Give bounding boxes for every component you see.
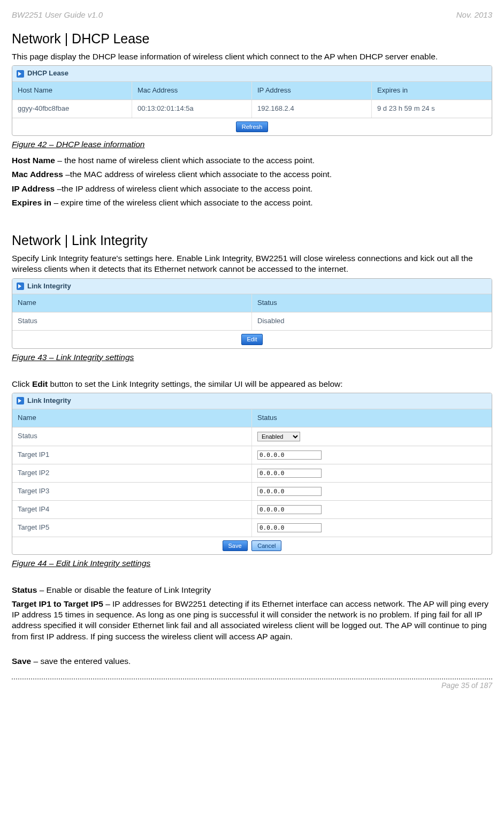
link-edit-panel-foot: Save Cancel bbox=[12, 537, 492, 554]
save-button[interactable]: Save bbox=[223, 540, 248, 551]
figure44-caption: Figure 44 – Edit Link Integrity settings bbox=[12, 558, 492, 569]
section-intro-link: Specify Link Integrity feature's setting… bbox=[12, 253, 492, 274]
def-ip-text: –the IP address of wireless client which… bbox=[55, 184, 312, 193]
link-edit-panel-header: Link Integrity bbox=[12, 393, 492, 409]
page-header: BW2251 User Guide v1.0 Nov. 2013 bbox=[12, 10, 492, 20]
link-val-status: Disabled bbox=[252, 312, 492, 330]
target2-input[interactable] bbox=[257, 469, 322, 478]
status-select[interactable]: Enabled bbox=[257, 432, 300, 441]
click-edit-text: Click Edit button to set the Link Integr… bbox=[12, 379, 492, 389]
link-panel-foot: Edit bbox=[12, 330, 492, 348]
def-hostname-text: – the host name of wireless client which… bbox=[55, 156, 315, 165]
dhcp-panel: DHCP Lease Host Name Mac Address IP Addr… bbox=[12, 65, 492, 136]
link-val-name: Status bbox=[12, 312, 252, 330]
dhcp-panel-title: DHCP Lease bbox=[27, 69, 68, 78]
def-expires-label: Expires in bbox=[12, 198, 51, 207]
dhcp-panel-header: DHCP Lease bbox=[12, 66, 492, 81]
edit-button[interactable]: Edit bbox=[241, 334, 263, 345]
col-mac: Mac Address bbox=[132, 82, 252, 100]
target-row-4: Target IP4 bbox=[12, 500, 492, 518]
target-row-3: Target IP3 bbox=[12, 482, 492, 500]
link-edit-col-status: Status bbox=[252, 409, 492, 427]
cancel-button[interactable]: Cancel bbox=[251, 540, 281, 551]
link-panel-header: Link Integrity bbox=[12, 279, 492, 294]
def-ip: IP Address –the IP address of wireless c… bbox=[12, 184, 492, 194]
dhcp-panel-footer: Refresh bbox=[12, 118, 492, 135]
doc-title: BW2251 User Guide v1.0 bbox=[12, 10, 103, 20]
link-edit-status-label: Status bbox=[12, 427, 252, 446]
doc-date: Nov. 2013 bbox=[456, 10, 492, 20]
refresh-button[interactable]: Refresh bbox=[236, 121, 269, 132]
def-save: Save – save the entered values. bbox=[12, 656, 492, 667]
def-status-label: Status bbox=[12, 585, 37, 594]
col-expires: Expires in bbox=[372, 82, 492, 100]
col-hostname: Host Name bbox=[12, 82, 132, 100]
click-edit-pre: Click bbox=[12, 379, 32, 388]
target3-cell bbox=[252, 483, 492, 500]
figure42-caption: Figure 42 – DHCP lease information bbox=[12, 139, 492, 150]
link-panel-title: Link Integrity bbox=[27, 282, 71, 291]
link-header-row: Name Status bbox=[12, 294, 492, 312]
panel-arrow-icon bbox=[17, 397, 24, 404]
target2-label: Target IP2 bbox=[12, 464, 252, 482]
target4-input[interactable] bbox=[257, 505, 322, 514]
link-edit-status-value-cell: Enabled bbox=[252, 427, 492, 446]
target-row-1: Target IP1 bbox=[12, 446, 492, 464]
val-hostname: ggyy-40fbc8fbae bbox=[12, 100, 132, 118]
def-save-label: Save bbox=[12, 656, 31, 666]
target3-input[interactable] bbox=[257, 487, 322, 496]
page-footer: Page 35 of 187 bbox=[12, 678, 492, 690]
val-expires: 9 d 23 h 59 m 24 s bbox=[372, 100, 492, 118]
def-expires: Expires in – expire time of the wireless… bbox=[12, 197, 492, 208]
click-edit-post: button to set the Link Integrity setting… bbox=[48, 379, 342, 388]
link-edit-panel-title: Link Integrity bbox=[27, 396, 71, 406]
click-edit-bold: Edit bbox=[32, 379, 48, 388]
page-number: Page 35 of 187 bbox=[441, 681, 492, 690]
dhcp-header-row: Host Name Mac Address IP Address Expires… bbox=[12, 81, 492, 100]
target5-input[interactable] bbox=[257, 523, 322, 532]
target1-label: Target IP1 bbox=[12, 446, 252, 464]
target2-cell bbox=[252, 464, 492, 482]
def-mac-text: –the MAC address of wireless client whic… bbox=[63, 170, 332, 179]
target5-cell bbox=[252, 519, 492, 537]
def-hostname-label: Host Name bbox=[12, 156, 55, 165]
def-expires-text: – expire time of the wireless client whi… bbox=[51, 198, 313, 207]
link-edit-header-row: Name Status bbox=[12, 409, 492, 427]
target1-input[interactable] bbox=[257, 450, 322, 460]
link-edit-col-name: Name bbox=[12, 409, 252, 427]
target4-label: Target IP4 bbox=[12, 501, 252, 518]
def-targets-label: Target IP1 to Target IP5 bbox=[12, 599, 103, 608]
dhcp-data-row: ggyy-40fbc8fbae 00:13:02:01:14:5a 192.16… bbox=[12, 100, 492, 118]
target-row-2: Target IP2 bbox=[12, 464, 492, 482]
def-status-text: – Enable or disable the feature of Link … bbox=[37, 585, 211, 594]
link-data-row: Status Disabled bbox=[12, 312, 492, 330]
target-row-5: Target IP5 bbox=[12, 518, 492, 537]
target5-label: Target IP5 bbox=[12, 519, 252, 537]
def-targets: Target IP1 to Target IP5 – IP addresses … bbox=[12, 599, 492, 642]
def-hostname: Host Name – the host name of wireless cl… bbox=[12, 155, 492, 166]
section-intro-dhcp: This page display the DHCP lease informa… bbox=[12, 51, 492, 62]
section-title-dhcp: Network | DHCP Lease bbox=[12, 30, 492, 48]
def-mac: Mac Address –the MAC address of wireless… bbox=[12, 169, 492, 180]
def-ip-label: IP Address bbox=[12, 184, 55, 193]
target1-cell bbox=[252, 446, 492, 464]
figure43-caption: Figure 43 – Link Integrity settings bbox=[12, 352, 492, 363]
panel-arrow-icon bbox=[17, 282, 24, 290]
target3-label: Target IP3 bbox=[12, 483, 252, 500]
def-status: Status – Enable or disable the feature o… bbox=[12, 585, 492, 595]
link-edit-panel: Link Integrity Name Status Status Enable… bbox=[12, 393, 492, 555]
col-ip: IP Address bbox=[252, 82, 372, 100]
target4-cell bbox=[252, 501, 492, 518]
link-col-name: Name bbox=[12, 294, 252, 312]
link-panel: Link Integrity Name Status Status Disabl… bbox=[12, 278, 492, 349]
def-save-text: – save the entered values. bbox=[31, 656, 131, 666]
link-edit-status-row: Status Enabled bbox=[12, 427, 492, 446]
def-mac-label: Mac Address bbox=[12, 170, 63, 179]
val-ip: 192.168.2.4 bbox=[252, 100, 372, 118]
panel-arrow-icon bbox=[17, 70, 24, 78]
link-col-status: Status bbox=[252, 294, 492, 312]
section-title-link: Network | Link Integrity bbox=[12, 232, 492, 249]
val-mac: 00:13:02:01:14:5a bbox=[132, 100, 252, 118]
